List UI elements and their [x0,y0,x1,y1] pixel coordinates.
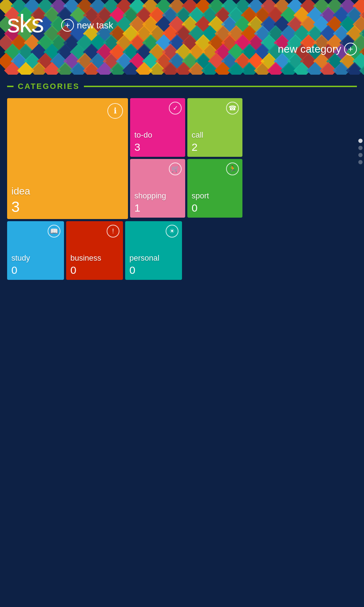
new-category-bar: new category + [0,40,364,58]
business-label: business [70,254,119,263]
grid-row-1: ℹ idea 3 ✓ to-do 3 ☎ call [7,98,357,219]
shopping-label: shopping [134,191,181,201]
call-label: call [192,131,238,140]
scroll-dot-4 [358,160,363,164]
scroll-dot-3 [358,153,363,157]
study-icon: 📖 [48,225,60,238]
categories-grid: ℹ idea 3 ✓ to-do 3 ☎ call [7,98,357,280]
sport-icon: 🏃 [226,163,239,175]
personal-count: 0 [129,264,178,276]
idea-icon: ℹ [107,103,123,119]
category-tile-business[interactable]: ! business 0 [66,221,123,280]
shopping-count: 1 [134,202,181,214]
call-count: 2 [192,141,238,153]
new-task-icon: + [61,19,74,32]
scrollbar [357,135,364,168]
row-shopping-sport: 🛒 shopping 1 🏃 sport 0 [130,159,242,218]
new-category-icon: + [344,43,357,55]
sport-count: 0 [192,202,238,214]
sport-label: sport [192,191,238,201]
todo-icon: ✓ [169,102,182,115]
category-tile-shopping[interactable]: 🛒 shopping 1 [130,159,185,218]
category-tile-call[interactable]: ☎ call 2 [187,98,242,157]
categories-header: CATEGORIES [7,82,357,91]
business-count: 0 [70,264,119,276]
category-tile-todo[interactable]: ✓ to-do 3 [130,98,185,157]
scroll-dot-1 [358,139,363,143]
new-task-button[interactable]: + new task [61,19,113,32]
study-label: study [11,254,60,263]
category-tile-personal[interactable]: ☀ personal 0 [125,221,182,280]
row-todo-call: ✓ to-do 3 ☎ call 2 [130,98,242,157]
categories-title: CATEGORIES [18,82,80,91]
call-icon: ☎ [226,102,239,115]
personal-icon: ☀ [166,225,178,238]
top-bar: sks + new task [0,0,364,40]
category-tile-study[interactable]: 📖 study 0 [7,221,64,280]
header-line-right [84,86,357,87]
shopping-icon: 🛒 [169,163,182,175]
category-tile-idea[interactable]: ℹ idea 3 [7,98,128,219]
new-category-button[interactable]: new category + [278,43,357,55]
study-count: 0 [11,264,60,276]
new-task-label: new task [77,20,113,31]
scroll-dot-2 [358,146,363,150]
header-content: sks + new task new category + [0,0,364,71]
idea-label: idea [11,186,124,197]
personal-label: personal [129,254,178,263]
category-tile-sport[interactable]: 🏃 sport 0 [187,159,242,218]
idea-count: 3 [11,198,124,215]
header-line-left [7,86,14,87]
categories-section: CATEGORIES ℹ idea 3 ✓ to-do 3 [0,78,364,287]
right-column: ✓ to-do 3 ☎ call 2 🛒 shopping [130,98,242,219]
new-category-label: new category [278,43,341,55]
todo-label: to-do [134,131,181,140]
app-title: sks [7,11,43,36]
header-background: sks + new task new category + [0,0,364,78]
business-icon: ! [107,225,119,238]
grid-row-2: 📖 study 0 ! business 0 ☀ personal 0 [7,221,357,280]
todo-count: 3 [134,141,181,153]
